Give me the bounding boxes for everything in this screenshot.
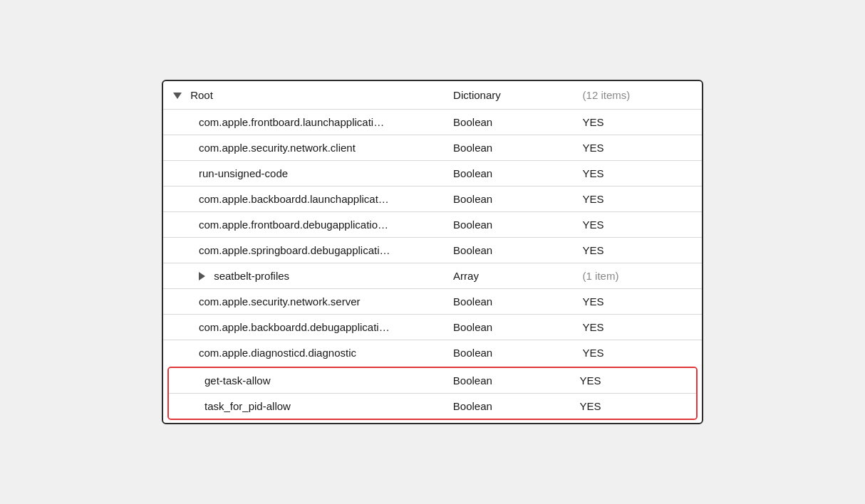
type-cell: Boolean <box>443 161 572 187</box>
table-row-seatbelt[interactable]: seatbelt-profiles Array (1 item) <box>163 263 702 289</box>
key-label: com.apple.backboardd.launchapplicat… <box>199 193 389 205</box>
value-label: YES <box>583 321 604 333</box>
type-cell: Boolean <box>443 289 572 315</box>
root-value-cell: (12 items) <box>573 81 702 110</box>
key-cell: com.apple.diagnosticd.diagnostic <box>163 340 443 366</box>
key-label: com.apple.frontboard.launchapplicati… <box>199 116 384 128</box>
table-row[interactable]: com.apple.frontboard.debugapplicatio… Bo… <box>163 212 702 238</box>
highlighted-row-task-for-pid-allow[interactable]: task_for_pid-allow Boolean YES <box>169 394 696 419</box>
type-label: Boolean <box>453 321 492 333</box>
value-cell: YES <box>573 135 702 161</box>
highlighted-key-cell: task_for_pid-allow <box>169 394 443 419</box>
type-cell: Boolean <box>443 340 572 366</box>
table-row[interactable]: com.apple.backboardd.debugapplicati… Boo… <box>163 315 702 340</box>
table-row[interactable]: com.apple.backboardd.launchapplicat… Boo… <box>163 187 702 212</box>
root-value-label: (12 items) <box>583 89 631 101</box>
table-row[interactable]: run-unsigned-code Boolean YES <box>163 161 702 187</box>
root-type-cell: Dictionary <box>443 81 572 110</box>
key-label: com.apple.diagnosticd.diagnostic <box>199 347 356 359</box>
highlighted-key-label: get-task-allow <box>204 374 271 387</box>
value-cell: YES <box>573 161 702 187</box>
value-cell: YES <box>573 315 702 340</box>
highlighted-type-label: Boolean <box>453 374 492 387</box>
plist-table: Root Dictionary (12 items) com.apple.fro… <box>163 81 702 365</box>
key-cell: com.apple.frontboard.launchapplicati… <box>163 110 443 135</box>
highlighted-row-get-task-allow[interactable]: get-task-allow Boolean YES <box>169 368 696 394</box>
table-row[interactable]: com.apple.diagnosticd.diagnostic Boolean… <box>163 340 702 366</box>
expand-icon[interactable] <box>173 93 182 99</box>
type-cell: Boolean <box>443 315 572 340</box>
value-cell: YES <box>573 212 702 238</box>
key-label: run-unsigned-code <box>199 167 288 179</box>
key-cell: com.apple.frontboard.debugapplicatio… <box>163 212 443 238</box>
collapse-icon[interactable] <box>199 272 205 280</box>
type-cell: Boolean <box>443 238 572 263</box>
highlighted-key-label: task_for_pid-allow <box>204 400 291 412</box>
highlighted-type-label: Boolean <box>453 400 492 412</box>
value-label: YES <box>583 244 604 256</box>
highlighted-value-cell: YES <box>569 394 696 419</box>
value-label: YES <box>583 167 604 179</box>
value-cell: YES <box>573 187 702 212</box>
value-label: YES <box>583 142 604 154</box>
key-label: com.apple.springboard.debugapplicati… <box>199 244 390 256</box>
type-cell: Boolean <box>443 135 572 161</box>
type-label: Boolean <box>453 142 492 154</box>
key-cell: com.apple.security.network.client <box>163 135 443 161</box>
type-label: Array <box>453 270 479 282</box>
highlighted-type-cell: Boolean <box>443 368 570 394</box>
value-cell: YES <box>573 340 702 366</box>
value-cell: YES <box>573 110 702 135</box>
root-key-cell: Root <box>163 81 443 110</box>
type-cell: Boolean <box>443 187 572 212</box>
root-type-label: Dictionary <box>453 89 501 101</box>
table-row[interactable]: com.apple.frontboard.launchapplicati… Bo… <box>163 110 702 135</box>
value-cell: (1 item) <box>573 263 702 289</box>
type-label: Boolean <box>453 193 492 205</box>
key-label: com.apple.security.network.client <box>199 142 356 154</box>
highlighted-key-cell: get-task-allow <box>169 368 443 394</box>
type-cell: Boolean <box>443 110 572 135</box>
type-label: Boolean <box>453 116 492 128</box>
value-label: YES <box>583 295 604 308</box>
key-label: com.apple.security.network.server <box>199 295 360 308</box>
type-label: Boolean <box>453 219 492 231</box>
key-label: seatbelt-profiles <box>214 270 289 282</box>
highlighted-rows-group: get-task-allow Boolean YES task_for_pid-… <box>167 367 698 420</box>
highlighted-type-cell: Boolean <box>443 394 570 419</box>
key-cell: com.apple.springboard.debugapplicati… <box>163 238 443 263</box>
value-cell: YES <box>573 238 702 263</box>
type-label: Boolean <box>453 347 492 359</box>
value-label: YES <box>583 219 604 231</box>
value-cell: YES <box>573 289 702 315</box>
root-row[interactable]: Root Dictionary (12 items) <box>163 81 702 110</box>
key-cell: seatbelt-profiles <box>163 263 443 289</box>
plist-viewer: Root Dictionary (12 items) com.apple.fro… <box>162 80 703 424</box>
value-label: YES <box>583 347 604 359</box>
highlighted-value-cell: YES <box>569 368 696 394</box>
table-row[interactable]: com.apple.springboard.debugapplicati… Bo… <box>163 238 702 263</box>
root-key-label: Root <box>190 89 213 101</box>
type-label: Boolean <box>453 244 492 256</box>
type-label: Boolean <box>453 167 492 179</box>
key-cell: com.apple.backboardd.debugapplicati… <box>163 315 443 340</box>
key-label: com.apple.backboardd.debugapplicati… <box>199 321 390 333</box>
value-label: YES <box>583 193 604 205</box>
key-cell: com.apple.backboardd.launchapplicat… <box>163 187 443 212</box>
type-cell: Boolean <box>443 212 572 238</box>
type-label: Boolean <box>453 295 492 308</box>
value-label: (1 item) <box>583 270 619 282</box>
table-row[interactable]: com.apple.security.network.server Boolea… <box>163 289 702 315</box>
highlighted-table: get-task-allow Boolean YES task_for_pid-… <box>169 368 696 419</box>
table-row[interactable]: com.apple.security.network.client Boolea… <box>163 135 702 161</box>
key-cell: com.apple.security.network.server <box>163 289 443 315</box>
value-label: YES <box>583 116 604 128</box>
highlighted-value-label: YES <box>579 374 601 387</box>
key-label: com.apple.frontboard.debugapplicatio… <box>199 219 388 231</box>
key-cell: run-unsigned-code <box>163 161 443 187</box>
type-cell: Array <box>443 263 572 289</box>
highlighted-value-label: YES <box>579 400 601 412</box>
